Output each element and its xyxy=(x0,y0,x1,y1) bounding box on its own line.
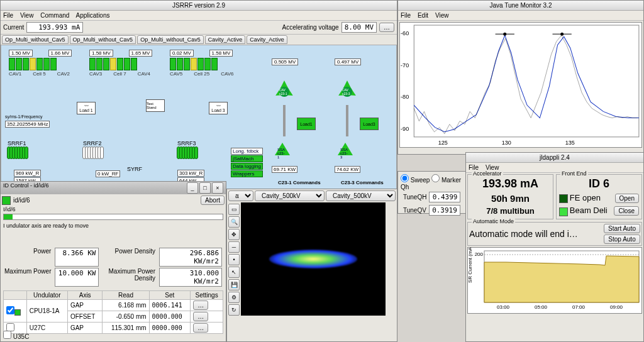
datalogging-button[interactable]: Data logging xyxy=(231,163,263,170)
svg-text:03:00: 03:00 xyxy=(497,304,510,310)
longfdbck-button[interactable]: Long. fdbck xyxy=(231,148,263,155)
maxpd-label: Maximum Power Density xyxy=(103,268,155,287)
row1-set-input[interactable]: 0006.141 xyxy=(149,300,191,311)
fe-id: ID 6 xyxy=(558,176,640,192)
accv-more-button[interactable]: … xyxy=(379,23,394,32)
idcontrol-area: I/id/6 xyxy=(1,206,226,212)
stopauto-button[interactable]: Stop Auto xyxy=(604,234,640,244)
cmd-select-2[interactable]: Cavity_500kV xyxy=(255,190,325,201)
srrf1-label: SRRF1 xyxy=(8,140,26,146)
tab-cavact1[interactable]: Cavity_Active xyxy=(205,35,246,44)
pd-label: Power Density xyxy=(103,248,155,267)
auto-fieldset-title: Automatic Mode xyxy=(472,218,515,224)
c23-3-header: C23-3 Commands xyxy=(341,180,384,185)
maxpower-label: Maximum Power xyxy=(4,268,51,287)
tune-controls: Sweep Marker Qh TuneQH0.4399 TuneQV0.391… xyxy=(397,171,473,214)
close-icon[interactable]: × xyxy=(212,182,223,194)
fan2-icon: CAV c23-3 xyxy=(335,79,360,104)
abort-button[interactable]: Abort xyxy=(201,196,225,205)
tool-point-icon[interactable]: • xyxy=(228,254,240,265)
jldappli-window: jldappli 2.4 File View Accelerator 193.9… xyxy=(465,152,644,342)
sr-ylabel: SR Current (mA) xyxy=(468,248,473,283)
menu-applications[interactable]: Applications xyxy=(76,12,110,19)
tab-op1[interactable]: Op_Multi_without_Cav5 xyxy=(2,35,69,44)
tab-cavact2[interactable]: Cavity_Active xyxy=(247,35,287,44)
table-row[interactable]: U27C GAP 115.301 mm 0000.000 … xyxy=(4,323,223,334)
close-button[interactable]: Close xyxy=(614,206,639,216)
tool-zoom-icon[interactable]: 🔍 xyxy=(228,216,240,228)
kw-rf2: 0 kW_RF xyxy=(96,170,120,177)
power-label: Power xyxy=(4,248,51,267)
tune-menu-file[interactable]: File xyxy=(401,12,411,19)
beam-label: Beam Deli xyxy=(570,206,608,215)
feopen-label: FE open xyxy=(570,193,601,202)
tune-menu-view[interactable]: View xyxy=(435,12,449,19)
tab-op2[interactable]: Op_Multi_without_Cav5 xyxy=(70,35,136,44)
progress-bar xyxy=(3,214,223,220)
acc-fieldset-title: Accelerator xyxy=(472,170,503,177)
open-button[interactable]: Open xyxy=(615,194,639,203)
tunemonitor-window: Java Tune Monitor 3.2 File Edit View -60… xyxy=(397,0,644,155)
status-icon xyxy=(2,196,11,205)
c23-1-header: C23-1 Commands xyxy=(278,180,321,185)
tool-refresh-icon[interactable]: ↻ xyxy=(228,304,240,316)
wrappers-button[interactable]: Wrappers xyxy=(231,170,263,177)
status-message: I undulator axis are ready to move xyxy=(1,221,226,230)
sweep-radio[interactable] xyxy=(401,174,409,182)
u35c-checkbox[interactable] xyxy=(3,331,11,339)
jsrrf-title: JSRRF version 2.9 xyxy=(1,1,397,11)
synoptic-panel: 1.50 MV 1.66 MV CAV1Cell 5CAV2 1.58 MV 1… xyxy=(1,45,397,196)
cav2-mv: 1.66 MV xyxy=(48,50,72,57)
row2-settings-button[interactable]: … xyxy=(193,312,208,321)
jsatmach-button[interactable]: jSatMach xyxy=(231,155,263,162)
hom2-kw: 74.62 KW xyxy=(335,166,360,173)
srrf3-label: SRRF3 xyxy=(177,140,196,146)
cmd-select-3[interactable]: Cavity_500kV xyxy=(326,190,396,201)
row1-checkbox[interactable] xyxy=(6,306,14,314)
tab-op3[interactable]: Op_Multi_without_Cav5 xyxy=(137,35,204,44)
jsrrf-menubar: File View Command Applications xyxy=(1,11,397,21)
freq-value: 352.2025549 MHz xyxy=(5,121,50,128)
row1-settings-button[interactable]: … xyxy=(193,301,208,310)
row3-settings-button[interactable]: … xyxy=(193,323,208,333)
hom2-mv: 0.497 MV xyxy=(335,58,361,65)
hom1-kw: 69.71 KW xyxy=(272,166,297,173)
min-icon[interactable]: _ xyxy=(187,182,198,194)
tune-spectrum-chart[interactable]: -60 -70 -80 -90 125 130 135 xyxy=(399,22,642,148)
menu-view[interactable]: View xyxy=(20,12,34,19)
tuneqh-value: 0.4399 xyxy=(429,192,460,202)
tool-select-icon[interactable]: ▭ xyxy=(228,204,240,215)
beam-image[interactable] xyxy=(241,202,386,316)
marker-radio[interactable] xyxy=(431,174,440,182)
image-toolbar: ▭ 🔍 ✥ ─ • ↖ 💾 ⚙ ↻ xyxy=(227,202,241,333)
tool-save-icon[interactable]: 💾 xyxy=(228,279,240,290)
tool-pan-icon[interactable]: ✥ xyxy=(228,229,240,240)
svg-text:-90: -90 xyxy=(401,126,409,132)
kw-r2: 303 kW_R xyxy=(177,170,204,177)
sr-current-chart[interactable]: SR Current (mA) 200 03:00 05:00 07:00 09… xyxy=(467,247,642,314)
svg-text:135: 135 xyxy=(565,140,575,146)
tool-settings-icon[interactable]: ⚙ xyxy=(228,292,240,303)
load1-box: 〰Load 1 xyxy=(77,102,96,114)
svg-text:-70: -70 xyxy=(401,62,409,69)
max-icon[interactable]: □ xyxy=(199,182,211,194)
fe-fieldset-title: Front End xyxy=(560,170,588,177)
tune-menu-edit[interactable]: Edit xyxy=(418,12,428,19)
freq-label: sy/ms-1/Frequency xyxy=(5,114,43,119)
menu-command[interactable]: Command xyxy=(40,12,69,19)
svg-text:07:00: 07:00 xyxy=(572,304,586,310)
row2-set-input[interactable]: 0000.000 xyxy=(149,311,191,323)
startauto-button[interactable]: Start Auto xyxy=(604,224,640,233)
svg-text:130: 130 xyxy=(502,140,511,146)
svg-text:125: 125 xyxy=(438,140,448,146)
jld-title: jldappli 2.4 xyxy=(466,153,643,163)
idcontrol-titlebar: ID Control - id/id/6 _ □ × xyxy=(1,182,226,194)
row3-set-input[interactable]: 0000.000 xyxy=(149,323,191,334)
svg-text:200: 200 xyxy=(475,251,484,257)
table-row[interactable]: CPU18-1A GAP 6.168 mm 0006.141 … xyxy=(4,300,223,311)
srrf1-assembly-icon xyxy=(8,146,28,159)
menu-file[interactable]: File xyxy=(3,12,13,19)
tool-cursor-icon[interactable]: ↖ xyxy=(228,267,240,278)
tool-line-icon[interactable]: ─ xyxy=(228,241,240,253)
cmd-select-1[interactable]: av5 xyxy=(228,190,253,201)
